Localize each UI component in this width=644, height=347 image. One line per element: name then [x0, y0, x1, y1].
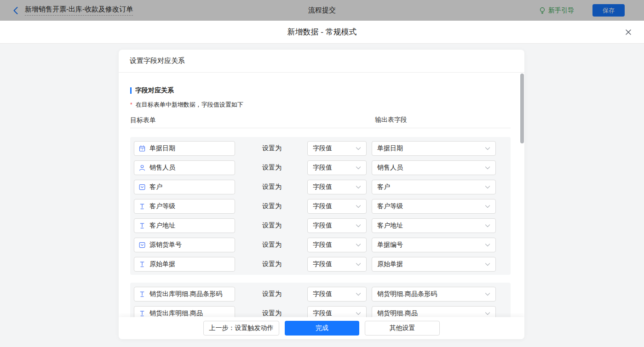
output-field-label: 单据日期	[377, 144, 403, 153]
target-field-label: 销售人员	[150, 164, 175, 172]
text-field-icon	[138, 290, 146, 298]
target-field-box[interactable]: 源销货单号	[134, 238, 235, 252]
set-as-label: 设置为	[262, 290, 282, 298]
value-mode-select[interactable]: 字段值	[307, 141, 367, 156]
output-field-label: 销货明细.商品	[377, 309, 418, 318]
target-field-box[interactable]: 销货出库明细.商品条形码	[134, 287, 235, 301]
set-as-label: 设置为	[262, 241, 282, 249]
value-mode-label: 字段值	[313, 164, 332, 172]
column-output-field: 输出表字段	[375, 116, 407, 124]
chevron-down-icon	[485, 244, 490, 247]
target-field-box[interactable]: 客户	[134, 180, 235, 194]
output-field-label: 销货明细.商品条形码	[377, 290, 437, 298]
save-button[interactable]: 保存	[592, 4, 625, 17]
set-as-label: 设置为	[262, 309, 282, 318]
value-mode-label: 字段值	[313, 260, 332, 268]
value-mode-label: 字段值	[313, 309, 332, 318]
output-field-select[interactable]: 单据编号	[372, 238, 496, 252]
accent-bar	[130, 87, 132, 94]
output-field-select[interactable]: 客户地址	[372, 218, 496, 233]
output-field-select[interactable]: 销货明细.商品条形码	[372, 287, 496, 301]
card-footer: 上一步：设置触发动作 完成 其他设置	[119, 317, 524, 339]
text-field-icon	[138, 222, 146, 229]
chevron-down-icon	[485, 186, 490, 189]
other-settings-button[interactable]: 其他设置	[365, 321, 440, 336]
value-mode-label: 字段值	[313, 202, 332, 210]
output-field-label: 单据编号	[377, 241, 403, 249]
mapping-row: 客户 设置为 字段值 客户	[130, 180, 511, 194]
target-field-label: 单据日期	[150, 144, 175, 153]
mapping-group: 单据日期 设置为 字段值 单据日期 销售人员 设置为 字段值 销售人员 客户	[130, 137, 511, 275]
guide-label: 新手引导	[548, 6, 574, 15]
card-scroll-area: 字段对应关系 * 在目标表单中新增数据，字段值设置如下 目标表单 输出表字段 单…	[119, 73, 524, 339]
value-mode-select[interactable]: 字段值	[307, 218, 367, 233]
value-mode-select[interactable]: 字段值	[307, 238, 367, 252]
mapping-note: * 在目标表单中新增数据，字段值设置如下	[130, 101, 524, 109]
output-field-select[interactable]: 单据日期	[372, 141, 496, 156]
output-field-select[interactable]: 客户等级	[372, 199, 496, 214]
done-button[interactable]: 完成	[285, 321, 359, 336]
value-mode-select[interactable]: 字段值	[307, 199, 367, 214]
target-field-box[interactable]: 单据日期	[134, 141, 235, 156]
output-field-select[interactable]: 客户	[372, 180, 496, 194]
chevron-down-icon	[485, 147, 490, 150]
text-field-icon	[138, 203, 146, 210]
field-mapping-card: 设置字段对应关系 字段对应关系 * 在目标表单中新增数据，字段值设置如下 目标表…	[119, 50, 524, 339]
mapping-row: 原始单据 设置为 字段值 原始单据	[130, 257, 511, 272]
set-as-label: 设置为	[262, 183, 282, 191]
required-mark: *	[130, 102, 132, 108]
target-field-label: 客户等级	[150, 202, 175, 210]
chevron-down-icon	[356, 147, 361, 150]
column-target-form: 目标表单	[130, 116, 156, 124]
chevron-down-icon	[485, 224, 490, 228]
output-field-label: 客户等级	[377, 202, 403, 210]
mapping-row: 销货出库明细.商品条形码 设置为 字段值 销货明细.商品条形码	[130, 287, 511, 301]
top-bar: 新增销售开票-出库-收款及修改订单 流程提交 新手引导 保存	[0, 0, 644, 21]
value-mode-label: 字段值	[313, 241, 332, 249]
output-field-select[interactable]: 销售人员	[372, 160, 496, 175]
flow-submit-label: 流程提交	[308, 6, 336, 15]
value-mode-label: 字段值	[313, 290, 332, 298]
chevron-down-icon	[356, 224, 361, 228]
target-field-box[interactable]: 销售人员	[134, 160, 235, 175]
beginner-guide-link[interactable]: 新手引导	[539, 6, 574, 15]
value-mode-select[interactable]: 字段值	[307, 180, 367, 194]
value-mode-label: 字段值	[313, 144, 332, 153]
target-field-box[interactable]: 客户地址	[134, 218, 235, 233]
value-mode-select[interactable]: 字段值	[307, 287, 367, 301]
target-field-box[interactable]: 客户等级	[134, 199, 235, 214]
modal-title: 新增数据 - 常规模式	[287, 27, 356, 37]
column-headers: 目标表单 输出表字段	[130, 116, 511, 124]
section-label: 字段对应关系	[135, 86, 174, 95]
chevron-down-icon	[485, 312, 490, 315]
value-mode-label: 字段值	[313, 183, 332, 191]
output-field-select[interactable]: 原始单据	[372, 257, 496, 272]
output-field-label: 销售人员	[377, 164, 403, 172]
close-button[interactable]	[625, 28, 632, 36]
set-as-label: 设置为	[262, 164, 282, 172]
chevron-down-icon	[356, 263, 361, 266]
card-title: 设置字段对应关系	[119, 50, 524, 73]
target-field-box[interactable]: 原始单据	[134, 257, 235, 272]
chevron-down-icon	[356, 205, 361, 208]
previous-step-button[interactable]: 上一步：设置触发动作	[203, 321, 279, 336]
mapping-groups: 单据日期 设置为 字段值 单据日期 销售人员 设置为 字段值 销售人员 客户	[130, 137, 524, 324]
divider	[130, 128, 511, 128]
value-mode-select[interactable]: 字段值	[307, 257, 367, 272]
value-mode-select[interactable]: 字段值	[307, 160, 367, 175]
mapping-row: 客户等级 设置为 字段值 客户等级	[130, 199, 511, 214]
target-field-label: 源销货单号	[150, 241, 182, 249]
close-icon	[625, 28, 632, 36]
workflow-title[interactable]: 新增销售开票-出库-收款及修改订单	[25, 5, 133, 16]
scrollbar-thumb[interactable]	[520, 74, 524, 143]
modal-body: 设置字段对应关系 字段对应关系 * 在目标表单中新增数据，字段值设置如下 目标表…	[0, 44, 644, 347]
chevron-down-icon	[356, 312, 361, 315]
value-mode-label: 字段值	[313, 222, 332, 230]
target-field-label: 客户地址	[150, 222, 175, 230]
output-field-label: 客户地址	[377, 222, 403, 230]
select-field-icon	[138, 241, 146, 249]
set-as-label: 设置为	[262, 222, 282, 230]
chevron-down-icon	[356, 293, 361, 296]
back-button[interactable]	[13, 6, 18, 15]
lightbulb-icon	[539, 7, 546, 14]
